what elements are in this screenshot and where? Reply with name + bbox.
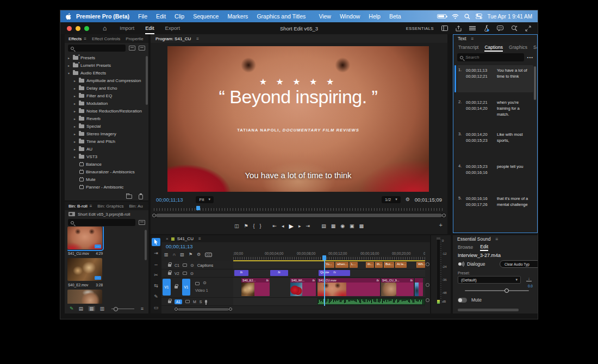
caption-item-4[interactable]: 4.00;00;15;2300;00;16;16people tell you [457, 161, 533, 189]
track-lock-icon[interactable] [168, 300, 171, 303]
new-preset-bin-icon[interactable] [139, 46, 145, 51]
nav-export[interactable]: Export [165, 23, 180, 34]
track-target-icon[interactable] [183, 263, 187, 267]
go-to-out-button[interactable]: ⇥ [306, 223, 310, 229]
caption-item-1[interactable]: 1.00;00;11;1300;00;12;21You have a lot o… [457, 65, 533, 92]
video-clip-s41-cu-mov[interactable]: S41_CU.movfx [317, 278, 380, 296]
home-icon[interactable]: ⌂ [103, 24, 107, 32]
render-queue-icon[interactable] [469, 26, 476, 31]
caption-track-button[interactable]: C1 [175, 263, 179, 267]
quick-export-icon[interactable] [456, 26, 462, 32]
tab-captions[interactable]: Captions [484, 43, 503, 52]
menu-markers[interactable]: Markers [227, 13, 248, 20]
scroll-knob-left[interactable] [152, 214, 156, 217]
effects-scrollbar[interactable] [146, 56, 148, 105]
clip-view-icon[interactable] [139, 220, 145, 225]
selection-tool[interactable] [152, 238, 160, 246]
effects-item-time-and-pitch[interactable]: ▸Time and Pitch [65, 137, 145, 145]
new-bin-icon[interactable] [126, 194, 132, 199]
effects-item-audio-effects[interactable]: ▾Audio Effects [65, 69, 145, 77]
bin-clip-s41-cu-9[interactable]: ···S41_CU_9...4:00 [67, 290, 103, 304]
beta-feedback-beaker-icon[interactable] [483, 25, 489, 32]
tab-bin-graphics[interactable]: Bin: Graphics [97, 204, 123, 209]
essential-sound-title[interactable]: Essential Sound [457, 236, 490, 242]
insert-button[interactable]: ▣ [350, 223, 354, 229]
mute-toggle[interactable] [458, 298, 467, 303]
program-monitor-tab[interactable]: Program: S41_CU [155, 36, 191, 41]
slider-knob[interactable] [504, 288, 509, 293]
a1-track-button[interactable]: A1 [175, 299, 182, 304]
new-custom-bin-icon[interactable] [129, 46, 135, 51]
export-frame-button[interactable]: ◉ [340, 223, 345, 229]
effects-item-panner-ambisonic[interactable]: Panner - Ambisonic [65, 183, 145, 191]
effects-item-special[interactable]: ▸Special [65, 122, 145, 130]
preset-intensity-slider[interactable] [465, 290, 529, 291]
captions-search-input[interactable]: Search [457, 53, 524, 61]
fullscreen-icon[interactable] [525, 26, 531, 32]
scroll-knob-left[interactable] [175, 307, 178, 311]
panel-menu-icon[interactable] [196, 236, 201, 241]
caption-clip[interactable]: when... [335, 262, 348, 268]
caption-clip[interactable]: Wh... [416, 262, 425, 268]
essential-sound-scrollbar[interactable] [458, 309, 519, 311]
voiceover-record-icon[interactable] [205, 300, 207, 303]
tab-edit[interactable]: Edit [480, 243, 488, 251]
caption-clip[interactable]: But... [384, 262, 394, 268]
timeline-horizontal-scrollbar[interactable] [175, 307, 232, 311]
mute-track-button[interactable]: M [193, 300, 196, 304]
razor-tool[interactable]: ✂ [152, 271, 160, 279]
video-clip-s40-wi[interactable]: S40_WI...fx [290, 278, 316, 296]
program-playhead[interactable] [196, 206, 200, 210]
mark-in-button[interactable]: { [253, 223, 255, 229]
program-video-frame[interactable]: ★ ★ ★ ★ ★ “ Beyond inspiring. ” TATIANA … [167, 46, 429, 192]
play-button[interactable]: ▶ [289, 223, 294, 230]
menu-help[interactable]: Help [369, 13, 381, 20]
menu-clock[interactable]: Tue Apr 1 9:41 AM [488, 14, 532, 20]
slip-tool[interactable]: ⇆ [152, 281, 160, 290]
effects-item-presets[interactable]: ▸Presets [65, 54, 145, 61]
tab-s4[interactable]: S4 [533, 45, 538, 50]
effects-item-balance[interactable]: Balance [65, 160, 145, 168]
wifi-icon[interactable] [452, 14, 459, 19]
clear-audio-type-button[interactable]: Clear Audio Typ [500, 260, 538, 268]
effects-item-au[interactable]: ▸AU [65, 145, 145, 153]
tab-graphics[interactable]: Graphics [509, 45, 527, 50]
captions-scrollbar[interactable] [534, 66, 536, 100]
zoom-level-dropdown[interactable]: Fit [196, 196, 213, 203]
effects-item-reverb[interactable]: ▸Reverb [65, 115, 145, 122]
caption-item-3[interactable]: 3.00;00;14;2000;00;15;23Like with most s… [457, 129, 533, 156]
track-height-handle[interactable] [426, 283, 429, 287]
workspaces-icon[interactable] [441, 26, 448, 31]
sequence-tab[interactable]: S41_CU [177, 236, 194, 241]
panel-menu-icon[interactable] [493, 236, 498, 242]
go-to-in-button[interactable]: ⇤ [273, 223, 277, 229]
v1-lane[interactable]: S40_E2...fxS40_WI...fxS41_CU.movfxS41_CU… [233, 278, 425, 298]
scroll-knob-right[interactable] [229, 307, 232, 311]
panel-menu-icon[interactable] [194, 36, 199, 41]
effects-item-lumetri-presets[interactable]: ▸Lumetri Presets [65, 61, 145, 69]
delete-icon[interactable] [139, 194, 143, 199]
captions-visibility-icon[interactable]: CC [205, 253, 212, 257]
video-clip-s41-cu-9[interactable]: S41_CU_9...fx [381, 278, 414, 296]
caption-clip[interactable]: L... [350, 262, 358, 268]
overwrite-button[interactable]: ▩ [359, 223, 364, 229]
scroll-knob-right[interactable] [442, 214, 446, 217]
close-window-button[interactable] [67, 26, 72, 31]
control-center-icon[interactable] [476, 14, 482, 19]
add-marker-button[interactable]: ⚑ [244, 223, 248, 229]
lift-button[interactable]: ▤ [321, 223, 326, 229]
effects-item-mute[interactable]: Mute [65, 175, 145, 183]
snap-icon[interactable]: ∩ [173, 252, 176, 257]
caption-clip[interactable]: th... [375, 262, 383, 268]
video-clip-s40-e2[interactable]: S40_E2...fx [241, 278, 270, 296]
effects-item-stereo-imagery[interactable]: ▸Stereo Imagery [65, 130, 145, 137]
v1-source-patch[interactable]: V1 [163, 279, 171, 296]
video-clip[interactable] [415, 278, 423, 296]
ripple-edit-tool[interactable]: ↔ [152, 260, 160, 268]
track-height-handle[interactable] [426, 298, 429, 302]
spotlight-search-icon[interactable] [464, 14, 470, 20]
feedback-chat-icon[interactable] [497, 26, 503, 32]
caption-text[interactable]: people tell you [493, 164, 532, 186]
track-lock-icon[interactable] [175, 286, 178, 288]
track-lock-icon[interactable] [168, 272, 171, 275]
